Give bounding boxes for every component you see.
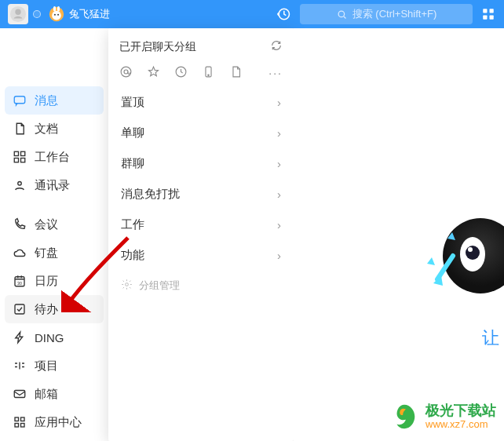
sidebar-item-contacts[interactable]: 通讯录 [5, 171, 104, 199]
status-dot[interactable] [33, 10, 41, 18]
refresh-icon[interactable] [270, 39, 283, 54]
sidebar-item-label: 通讯录 [35, 178, 70, 193]
svg-point-1 [15, 9, 20, 15]
grid-icon [13, 150, 27, 164]
panel-item-label: 消息免打扰 [121, 187, 180, 202]
project-icon [13, 359, 27, 373]
panel-item-work[interactable]: 工作 › [108, 210, 294, 240]
gear-icon [121, 279, 133, 293]
apps-icon[interactable] [480, 6, 496, 22]
watermark-logo-icon [389, 402, 419, 432]
panel-item-dnd[interactable]: 消息免打扰 › [108, 179, 294, 210]
file-icon[interactable] [229, 65, 243, 81]
sidebar-item-workspace[interactable]: 工作台 [5, 143, 104, 171]
phone-icon [13, 217, 27, 231]
svg-point-19 [18, 182, 22, 186]
user-avatar[interactable] [49, 6, 64, 22]
sidebar-item-project[interactable]: 项目 [5, 352, 104, 380]
chat-group-panel: 已开启聊天分组 ··· 置顶 › 单聊 › 群聊 › 消息免打扰 › 工作 [108, 28, 294, 441]
chat-icon [13, 93, 27, 108]
cloud-icon [13, 246, 27, 260]
panel-header: 已开启聊天分组 [119, 40, 196, 54]
username[interactable]: 兔飞猛进 [69, 7, 110, 21]
sidebar-item-label: 邮箱 [35, 387, 58, 402]
svg-rect-11 [490, 9, 494, 13]
sidebar-item-label: 应用中心 [35, 415, 82, 430]
panel-item-label: 单聊 [121, 126, 144, 140]
document-icon [13, 122, 27, 136]
later-icon[interactable] [174, 65, 188, 81]
sidebar-item-mail[interactable]: 邮箱 [5, 380, 104, 408]
app-header: 兔飞猛进 搜索 (Ctrl+Shift+F) [0, 0, 504, 28]
panel-item-pinned[interactable]: 置顶 › [108, 87, 294, 118]
panel-item-label: 群聊 [121, 156, 144, 171]
sidebar-item-drive[interactable]: 钉盘 [5, 239, 104, 267]
search-placeholder: 搜索 (Ctrl+Shift+F) [352, 7, 437, 21]
svg-rect-17 [14, 159, 18, 162]
svg-rect-13 [490, 16, 494, 20]
svg-point-4 [57, 6, 60, 12]
sidebar: 消息 文档 工作台 通讯录 会议 钉盘 30 日历 待办 [0, 28, 108, 441]
svg-point-9 [338, 11, 345, 17]
panel-footer-label: 分组管理 [139, 279, 180, 293]
sidebar-item-label: 消息 [35, 93, 58, 108]
svg-rect-16 [21, 151, 25, 155]
chevron-right-icon: › [277, 96, 281, 109]
svg-rect-25 [21, 417, 25, 421]
chevron-right-icon: › [277, 218, 281, 231]
at-icon[interactable] [119, 65, 133, 81]
panel-manage[interactable]: 分组管理 [108, 271, 294, 297]
chevron-right-icon: › [277, 157, 281, 170]
panel-item-label: 功能 [121, 248, 144, 263]
sidebar-item-meeting[interactable]: 会议 [5, 210, 104, 239]
sidebar-item-label: 待办 [35, 302, 58, 317]
lightning-icon [13, 330, 27, 344]
profile-block[interactable] [5, 33, 104, 82]
sidebar-item-label: 钉盘 [35, 246, 58, 261]
panel-item-feature[interactable]: 功能 › [108, 240, 294, 271]
panel-item-single[interactable]: 单聊 › [108, 118, 294, 148]
svg-point-6 [54, 14, 56, 16]
svg-point-7 [57, 14, 59, 16]
svg-rect-26 [15, 424, 19, 428]
svg-point-29 [124, 70, 128, 74]
svg-rect-18 [21, 159, 25, 162]
panel-item-group[interactable]: 群聊 › [108, 148, 294, 179]
svg-point-36 [466, 246, 480, 260]
sidebar-item-messages[interactable]: 消息 [5, 86, 104, 115]
sidebar-item-label: DING [35, 331, 64, 344]
org-avatar[interactable] [8, 4, 28, 24]
history-icon[interactable] [275, 5, 292, 23]
sidebar-item-label: 工作台 [35, 150, 70, 165]
sidebar-item-todo[interactable]: 待办 [5, 295, 104, 323]
calendar-icon: 30 [13, 274, 27, 288]
panel-item-label: 工作 [121, 217, 144, 232]
sidebar-item-label: 文档 [35, 122, 58, 137]
mascot-icon [425, 209, 504, 303]
svg-rect-15 [14, 151, 18, 155]
svg-rect-12 [483, 16, 487, 20]
sidebar-item-label: 会议 [35, 217, 58, 232]
sidebar-item-calendar[interactable]: 30 日历 [5, 267, 104, 295]
main-content: 让 [294, 28, 504, 441]
sidebar-item-label: 项目 [35, 359, 58, 374]
star-icon[interactable] [147, 65, 160, 81]
svg-rect-24 [15, 417, 19, 421]
svg-rect-10 [483, 9, 487, 13]
search-input[interactable]: 搜索 (Ctrl+Shift+F) [300, 4, 473, 24]
sidebar-item-docs[interactable]: 文档 [5, 115, 104, 143]
mobile-icon[interactable] [202, 65, 215, 81]
check-icon [13, 302, 27, 316]
chevron-right-icon: › [277, 188, 281, 201]
watermark-url: www.xz7.com [425, 419, 496, 430]
sidebar-item-ding[interactable]: DING [5, 323, 104, 352]
contacts-icon [13, 178, 27, 192]
sidebar-item-appcenter[interactable]: 应用中心 [5, 408, 104, 436]
svg-point-32 [208, 75, 209, 75]
svg-marker-39 [427, 257, 435, 265]
chevron-right-icon: › [277, 126, 281, 140]
svg-rect-14 [14, 97, 25, 104]
svg-point-5 [52, 11, 61, 20]
more-icon[interactable]: ··· [268, 67, 283, 79]
watermark: 极光下载站 www.xz7.com [389, 402, 496, 432]
